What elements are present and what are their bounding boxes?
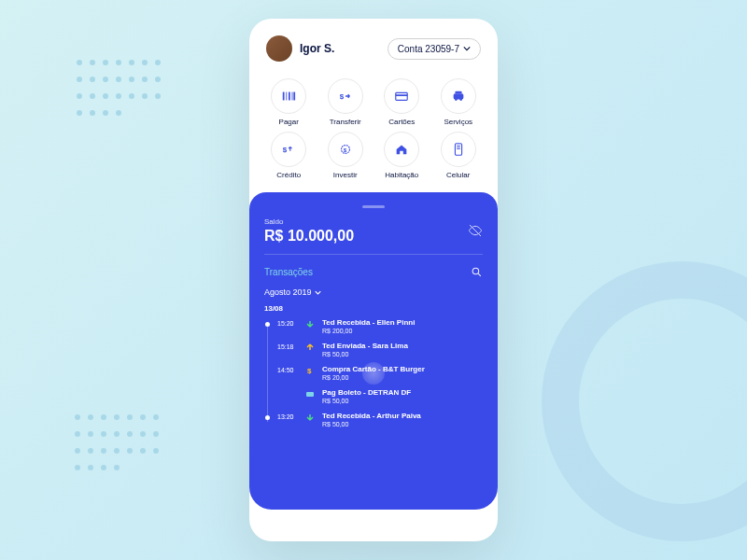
services-icon: [451, 89, 466, 104]
action-label: Celular: [446, 171, 470, 179]
action-services[interactable]: Serviços: [432, 78, 486, 126]
svg-text:$: $: [283, 146, 288, 154]
phone-icon: [451, 142, 466, 157]
svg-rect-3: [292, 92, 293, 101]
eye-off-icon[interactable]: [468, 223, 483, 238]
action-label: Serviços: [444, 118, 472, 126]
transfer-icon: $: [338, 89, 353, 104]
tx-time: 13:20: [277, 413, 298, 420]
action-circle: $: [271, 132, 306, 167]
timeline-dot: [265, 322, 270, 327]
bg-ring: [542, 261, 747, 541]
month-selector[interactable]: Agosto 2019: [264, 287, 483, 297]
tx-title: Ted Enviada - Sara Lima: [322, 342, 483, 350]
svg-text:$: $: [340, 92, 345, 101]
tx-up-icon: [305, 343, 315, 352]
action-credit[interactable]: $Crédito: [262, 132, 316, 179]
action-label: Habitação: [385, 171, 418, 179]
tx-title: Pag Boleto - DETRAN DF: [322, 388, 483, 397]
svg-text:$: $: [307, 367, 312, 375]
tx-dollar-icon: $: [305, 366, 315, 375]
svg-rect-17: [457, 147, 460, 147]
search-icon[interactable]: [471, 266, 483, 278]
action-card[interactable]: Cartões: [375, 78, 429, 126]
timeline-dot: [265, 415, 270, 420]
balance-row: Saldo R$ 10.000,00: [264, 217, 483, 245]
svg-rect-2: [289, 92, 290, 101]
svg-rect-4: [294, 92, 296, 101]
balance-panel: Saldo R$ 10.000,00 Transações Agosto 201…: [249, 192, 498, 510]
tx-down-icon: [305, 413, 315, 422]
invest-icon: $: [338, 142, 353, 157]
user-info[interactable]: Igor S.: [266, 35, 334, 62]
tx-time: 15:18: [277, 343, 298, 350]
account-label: Conta 23059-7: [398, 44, 459, 54]
action-circle: $: [328, 78, 363, 114]
tx-amount: R$ 200,00: [322, 328, 483, 334]
action-invest[interactable]: $Investir: [319, 132, 373, 179]
svg-rect-11: [455, 91, 461, 94]
action-label: Pagar: [279, 118, 299, 126]
tx-title: Ted Recebida - Ellen Pinni: [322, 318, 483, 327]
tx-time: 14:50: [277, 367, 298, 373]
svg-rect-18: [457, 148, 460, 149]
chevron-down-icon: [463, 45, 471, 52]
svg-rect-1: [287, 92, 288, 101]
date-label: 13/08: [264, 304, 483, 313]
transaction-row[interactable]: 15:18Ted Enviada - Sara LimaR$ 50,00: [264, 342, 483, 357]
svg-rect-21: [306, 392, 314, 397]
action-phone[interactable]: Celular: [432, 132, 486, 179]
svg-point-9: [455, 98, 458, 101]
action-label: Cartões: [388, 118, 415, 126]
action-label: Investir: [333, 171, 358, 179]
transaction-row[interactable]: Pag Boleto - DETRAN DFR$ 50,00: [264, 388, 483, 404]
tx-title: Ted Recebida - Arthur Paiva: [322, 412, 483, 420]
balance-value: R$ 10.000,00: [264, 228, 354, 245]
drag-handle[interactable]: [362, 205, 385, 208]
svg-rect-7: [396, 94, 407, 96]
action-barcode[interactable]: Pagar: [262, 78, 316, 126]
home-icon: [394, 142, 409, 157]
action-label: Transferir: [330, 118, 361, 126]
action-transfer[interactable]: $Transferir: [319, 78, 373, 126]
username: Igor S.: [300, 42, 334, 55]
tx-boleto-icon: [305, 389, 315, 399]
transaction-row[interactable]: 15:20Ted Recebida - Ellen PinniR$ 200,00: [264, 318, 483, 334]
tx-down-icon: [305, 319, 315, 329]
transaction-list: 15:20Ted Recebida - Ellen PinniR$ 200,00…: [264, 318, 483, 427]
tx-amount: R$ 20,00: [322, 374, 483, 381]
transaction-row[interactable]: 13:20Ted Recebida - Arthur PaivaR$ 50,00: [264, 412, 483, 427]
svg-rect-16: [457, 146, 460, 147]
transactions-title: Transações: [264, 267, 313, 277]
card-icon: [394, 89, 409, 104]
transactions-header: Transações: [264, 266, 483, 278]
actions-grid: Pagar$TransferirCartõesServiços$Crédito$…: [249, 69, 498, 192]
tx-amount: R$ 50,00: [322, 351, 483, 357]
chevron-down-icon: [315, 289, 321, 296]
action-circle: [271, 78, 306, 114]
bg-dots-bottom: [71, 411, 164, 504]
tx-title: Compra Cartão - B&T Burger: [322, 365, 483, 373]
svg-point-10: [459, 98, 462, 101]
transaction-row[interactable]: 14:50$Compra Cartão - B&T BurgerR$ 20,00: [264, 365, 483, 381]
svg-point-19: [472, 268, 479, 274]
phone-frame: Igor S. Conta 23059-7 Pagar$TransferirCa…: [249, 19, 498, 541]
bg-dots-top: [73, 56, 166, 149]
svg-text:$: $: [344, 147, 347, 153]
svg-rect-8: [453, 93, 463, 99]
header: Igor S. Conta 23059-7: [249, 19, 498, 69]
action-circle: [441, 78, 476, 114]
tx-time: 15:20: [277, 320, 298, 327]
tx-amount: R$ 50,00: [322, 398, 483, 404]
action-home[interactable]: Habitação: [375, 132, 429, 179]
action-circle: [441, 132, 476, 167]
barcode-icon: [281, 89, 296, 104]
avatar: [266, 35, 292, 62]
account-selector[interactable]: Conta 23059-7: [388, 38, 481, 60]
divider: [264, 254, 483, 255]
credit-icon: $: [281, 142, 296, 157]
action-label: Crédito: [276, 171, 301, 179]
tx-amount: R$ 50,00: [322, 421, 483, 427]
action-circle: [384, 132, 419, 167]
action-circle: [384, 78, 419, 114]
